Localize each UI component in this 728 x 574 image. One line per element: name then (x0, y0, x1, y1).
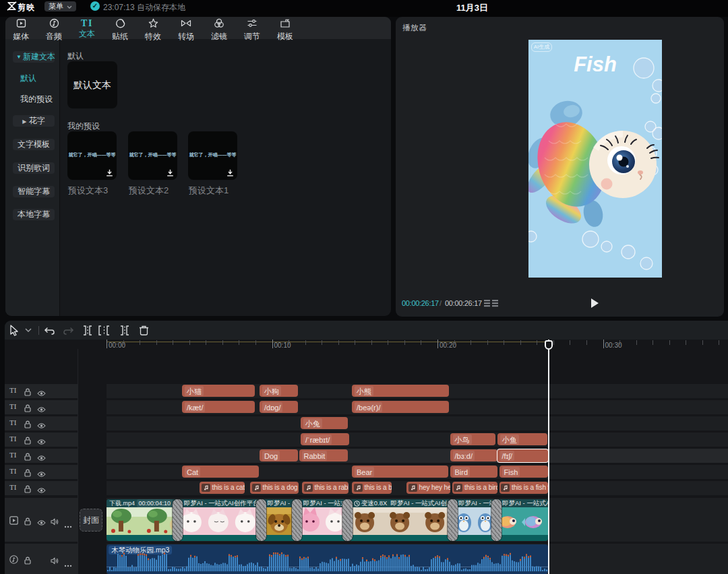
svg-text:Fish: Fish (574, 53, 617, 76)
